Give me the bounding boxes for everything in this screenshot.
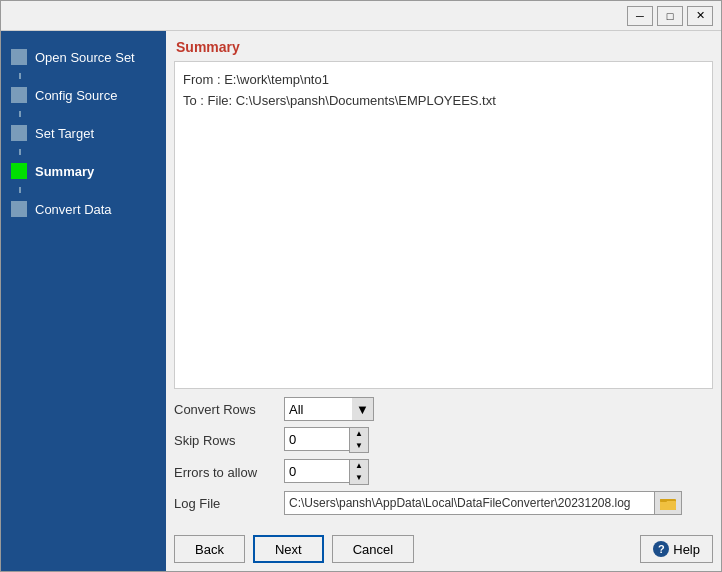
errors-to-allow-row: Errors to allow ▲ ▼ [174, 459, 713, 485]
log-file-label: Log File [174, 496, 284, 511]
svg-rect-2 [660, 499, 667, 502]
errors-to-allow-spinner: ▲ ▼ [284, 459, 369, 485]
close-button[interactable]: ✕ [687, 6, 713, 26]
errors-to-allow-control: ▲ ▼ [284, 459, 369, 485]
sidebar-label-config-source: Config Source [35, 88, 117, 103]
title-bar: ─ □ ✕ [1, 1, 721, 31]
step-icon-open-source-set [11, 49, 27, 65]
main-window: ─ □ ✕ Open Source Set Config Source Set … [0, 0, 722, 572]
bottom-buttons: Back Next Cancel ? Help [174, 529, 713, 563]
sidebar-label-set-target: Set Target [35, 126, 94, 141]
skip-rows-label: Skip Rows [174, 433, 284, 448]
summary-line-to: To : File: C:\Users\pansh\Documents\EMPL… [183, 91, 704, 112]
log-file-control [284, 491, 682, 515]
convert-rows-dropdown-wrapper: All Range First N ▼ [284, 397, 374, 421]
skip-rows-spinner-buttons: ▲ ▼ [349, 427, 369, 453]
maximize-button[interactable]: □ [657, 6, 683, 26]
sidebar-item-set-target[interactable]: Set Target [1, 117, 166, 149]
summary-box: From : E:\work\temp\nto1 To : File: C:\U… [174, 61, 713, 389]
convert-rows-control: All Range First N ▼ [284, 397, 374, 421]
title-bar-controls: ─ □ ✕ [627, 6, 713, 26]
sidebar-label-convert-data: Convert Data [35, 202, 112, 217]
sidebar: Open Source Set Config Source Set Target… [1, 31, 166, 571]
step-icon-summary [11, 163, 27, 179]
errors-to-allow-label: Errors to allow [174, 465, 284, 480]
help-button[interactable]: ? Help [640, 535, 713, 563]
errors-to-allow-spinner-buttons: ▲ ▼ [349, 459, 369, 485]
minimize-button[interactable]: ─ [627, 6, 653, 26]
log-file-input[interactable] [284, 491, 654, 515]
help-icon: ? [653, 541, 669, 557]
panel-title: Summary [174, 39, 713, 55]
cancel-button[interactable]: Cancel [332, 535, 414, 563]
step-icon-set-target [11, 125, 27, 141]
convert-rows-select[interactable]: All Range First N [284, 397, 374, 421]
summary-line-from: From : E:\work\temp\nto1 [183, 70, 704, 91]
sidebar-item-convert-data[interactable]: Convert Data [1, 193, 166, 225]
log-file-browse-button[interactable] [654, 491, 682, 515]
btn-group-right: ? Help [640, 535, 713, 563]
folder-icon [660, 496, 676, 510]
sidebar-item-summary[interactable]: Summary [1, 155, 166, 187]
back-button[interactable]: Back [174, 535, 245, 563]
step-icon-convert-data [11, 201, 27, 217]
step-icon-config-source [11, 87, 27, 103]
errors-up-button[interactable]: ▲ [350, 460, 368, 472]
sidebar-item-open-source-set[interactable]: Open Source Set [1, 41, 166, 73]
skip-rows-down-button[interactable]: ▼ [350, 440, 368, 452]
right-panel: Summary From : E:\work\temp\nto1 To : Fi… [166, 31, 721, 571]
btn-group-left: Back Next Cancel [174, 535, 414, 563]
log-file-row: Log File [174, 491, 713, 515]
convert-rows-row: Convert Rows All Range First N ▼ [174, 397, 713, 421]
sidebar-label-summary: Summary [35, 164, 94, 179]
svg-rect-1 [660, 501, 676, 510]
next-button[interactable]: Next [253, 535, 324, 563]
skip-rows-row: Skip Rows ▲ ▼ [174, 427, 713, 453]
sidebar-label-open-source-set: Open Source Set [35, 50, 135, 65]
skip-rows-control: ▲ ▼ [284, 427, 369, 453]
errors-to-allow-input[interactable] [284, 459, 349, 483]
help-label: Help [673, 542, 700, 557]
errors-down-button[interactable]: ▼ [350, 472, 368, 484]
skip-rows-up-button[interactable]: ▲ [350, 428, 368, 440]
sidebar-item-config-source[interactable]: Config Source [1, 79, 166, 111]
bottom-form: Convert Rows All Range First N ▼ [174, 397, 713, 521]
skip-rows-input[interactable] [284, 427, 349, 451]
main-content: Open Source Set Config Source Set Target… [1, 31, 721, 571]
skip-rows-spinner: ▲ ▼ [284, 427, 369, 453]
convert-rows-label: Convert Rows [174, 402, 284, 417]
